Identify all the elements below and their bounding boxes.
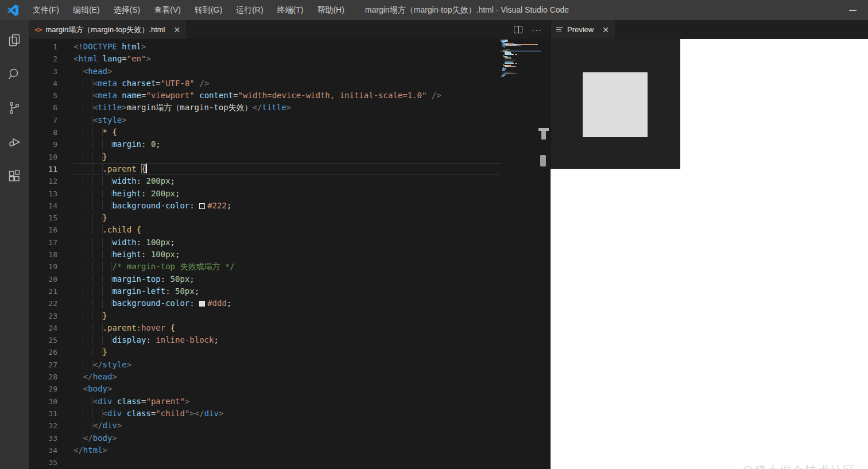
code-line[interactable]: <style>	[73, 114, 501, 126]
menu-help[interactable]: 帮助(H)	[310, 0, 351, 20]
line-number: 27	[29, 359, 57, 371]
code-line[interactable]: <body>	[73, 383, 501, 395]
code-line[interactable]: <meta name="viewport" content="width=dev…	[73, 90, 501, 102]
code-token: ;	[227, 299, 231, 308]
extensions-icon[interactable]	[0, 162, 29, 189]
code-token: >	[127, 360, 131, 369]
code-token	[73, 164, 103, 173]
code-line[interactable]: /* margin-top 失效或塌方 */	[73, 261, 501, 273]
code-token: ;	[195, 286, 199, 296]
code-line[interactable]: width: 200px;	[73, 175, 501, 187]
split-editor-icon[interactable]	[514, 26, 522, 33]
code-line[interactable]: height: 100px;	[73, 249, 501, 261]
code-line[interactable]: .child {	[73, 224, 501, 236]
code-token: :	[137, 176, 146, 185]
code-token: "child"	[156, 409, 189, 418]
code-token: =	[233, 91, 238, 100]
code-token: :hover	[137, 323, 166, 332]
code-line[interactable]: height: 200px;	[73, 188, 501, 200]
code-token: background-color	[112, 201, 189, 210]
preview-tab-close-icon[interactable]: ✕	[602, 26, 609, 34]
menu-run[interactable]: 运行(R)	[229, 0, 270, 20]
tab-html-file[interactable]: <> margin塌方（margin-top失效）.html ✕	[29, 20, 186, 39]
code-line[interactable]: display: inline-block;	[73, 334, 501, 346]
code-token	[98, 54, 102, 63]
code-token	[137, 164, 141, 173]
run-and-debug-icon[interactable]	[0, 128, 29, 156]
code-token: style	[103, 360, 127, 369]
code-line[interactable]: * {	[73, 126, 501, 138]
code-token: >	[107, 384, 112, 393]
scrollbar-slider[interactable]	[540, 155, 546, 166]
code-line[interactable]: margin: 0;	[73, 138, 501, 150]
code-token: {	[112, 127, 117, 137]
code-line[interactable]: </body>	[73, 432, 501, 444]
tab-close-icon[interactable]: ✕	[174, 26, 181, 34]
code-line[interactable]: }	[73, 310, 501, 322]
code-token	[73, 67, 83, 76]
line-number: 32	[29, 420, 57, 432]
code-line[interactable]: }	[73, 151, 501, 163]
code-token: ;	[170, 176, 175, 185]
code-token: </	[195, 409, 204, 418]
menu-selection[interactable]: 选择(S)	[107, 0, 148, 20]
code-token	[73, 225, 103, 234]
code-token: <	[93, 91, 98, 100]
menu-terminal[interactable]: 终端(T)	[270, 0, 311, 20]
code-line[interactable]: }	[73, 346, 501, 358]
code-line[interactable]: .parent:hover {	[73, 322, 501, 334]
code-line[interactable]: </head>	[73, 371, 501, 383]
menu-view[interactable]: 查看(V)	[147, 0, 188, 20]
code-token: ;	[189, 274, 194, 284]
code-line[interactable]: .parent {	[73, 163, 501, 175]
code-token: inline-block	[156, 335, 214, 344]
code-editor[interactable]: 1234567891011121314151617181920212223242…	[29, 39, 550, 469]
minimap[interactable]	[501, 40, 541, 78]
code-token	[73, 323, 103, 332]
code-token: {	[170, 323, 175, 332]
code-line[interactable]: </style>	[73, 359, 501, 371]
line-number: 28	[29, 371, 57, 383]
menu-edit[interactable]: 编辑(E)	[66, 0, 107, 20]
menu-go[interactable]: 转到(G)	[188, 0, 229, 20]
code-line[interactable]: background-color: #ddd;	[73, 297, 501, 309]
code-line[interactable]: <div class="parent">	[73, 396, 501, 408]
code-token: <	[103, 409, 107, 418]
code-line[interactable]: width: 100px;	[73, 237, 501, 249]
code-line[interactable]: margin-left: 50px;	[73, 285, 501, 297]
menu-file[interactable]: 文件(F)	[26, 0, 66, 20]
code-token: >	[286, 103, 291, 112]
code-token: :	[141, 139, 151, 149]
code-line[interactable]: <head>	[73, 65, 501, 77]
code-line[interactable]: margin-top: 50px;	[73, 273, 501, 285]
code-line[interactable]: <html lang="en">	[73, 53, 501, 65]
code-lines[interactable]: <!DOCTYPE html><html lang="en"> <head> <…	[73, 41, 501, 468]
line-number: 19	[29, 261, 57, 273]
more-actions-icon[interactable]: ···	[532, 25, 542, 34]
code-token: >	[141, 42, 146, 51]
explorer-icon[interactable]	[0, 26, 29, 54]
code-line[interactable]: <title>margin塌方（margin-top失效）</title>	[73, 102, 501, 114]
code-line[interactable]: }	[73, 212, 501, 224]
code-token: "parent"	[146, 397, 184, 406]
code-token: ;	[175, 189, 180, 198]
code-token	[73, 397, 93, 406]
vscode-logo-icon	[7, 5, 19, 16]
code-line[interactable]: background-color: #222;	[73, 200, 501, 212]
editor-actions: ···	[514, 20, 542, 39]
line-number: 12	[29, 175, 57, 187]
code-line[interactable]: <div class="child"></div>	[73, 408, 501, 420]
code-token: background-color	[112, 299, 189, 308]
code-line[interactable]: <!DOCTYPE html>	[73, 41, 501, 53]
code-line[interactable]: </div>	[73, 420, 501, 432]
tab-preview[interactable]: Preview ✕	[551, 20, 615, 39]
code-line[interactable]: </html>	[73, 444, 501, 456]
code-token: >	[107, 67, 112, 76]
minimize-button[interactable]	[843, 0, 862, 20]
code-token: >	[103, 445, 107, 455]
line-number: 1	[29, 41, 57, 53]
search-icon[interactable]	[0, 60, 29, 88]
code-line[interactable]	[73, 456, 501, 468]
source-control-icon[interactable]	[0, 94, 29, 122]
code-line[interactable]: <meta charset="UTF-8" />	[73, 77, 501, 90]
